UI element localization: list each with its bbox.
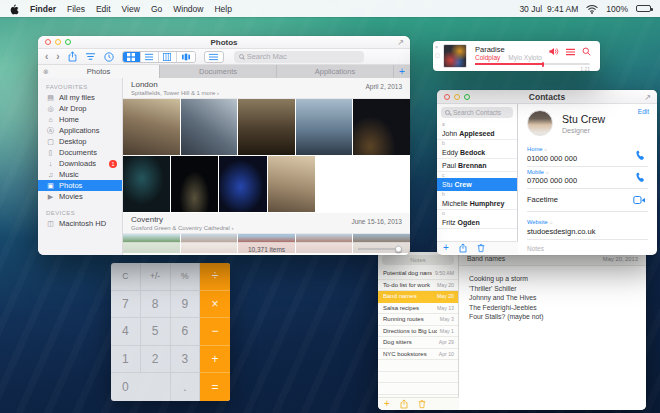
menu-go[interactable]: Go bbox=[151, 4, 162, 14]
close-button[interactable] bbox=[45, 39, 51, 45]
photo-thumbnail[interactable] bbox=[123, 99, 180, 155]
close-tab-icon[interactable]: ⊗ bbox=[43, 68, 49, 76]
tab-photos[interactable]: ⊗ Photos bbox=[38, 65, 160, 78]
phone-icon[interactable] bbox=[635, 172, 646, 183]
photo-thumbnail[interactable] bbox=[123, 156, 170, 212]
playlist-icon[interactable] bbox=[566, 48, 575, 56]
calc-key-9[interactable]: 9 bbox=[171, 291, 201, 319]
contact-row[interactable]: EddyBedock bbox=[437, 146, 517, 159]
progress-bar[interactable] bbox=[475, 63, 590, 65]
sort-icon[interactable] bbox=[85, 52, 96, 61]
calc-key-minus[interactable]: − bbox=[200, 318, 230, 346]
contact-row[interactable]: PaulBrennan bbox=[437, 159, 517, 172]
note-row-selected[interactable]: Band namesMay 20 bbox=[378, 291, 458, 303]
note-row[interactable]: Running routesMay 3 bbox=[378, 314, 458, 326]
zoom-button[interactable] bbox=[464, 94, 470, 100]
note-row[interactable]: NYC bookstoresApr 10 bbox=[378, 349, 458, 361]
calc-key-8[interactable]: 8 bbox=[141, 291, 171, 319]
menu-help[interactable]: Help bbox=[214, 4, 231, 14]
tab-documents[interactable]: Documents bbox=[160, 65, 277, 78]
coverflow-view-icon[interactable] bbox=[177, 52, 195, 62]
calc-key-3[interactable]: 3 bbox=[171, 346, 201, 374]
calc-key-7[interactable]: 7 bbox=[111, 291, 141, 319]
photo-thumbnail[interactable] bbox=[219, 156, 266, 212]
contact-row-selected[interactable]: StuCrew bbox=[437, 178, 517, 191]
minimize-button[interactable] bbox=[55, 39, 61, 45]
menu-edit[interactable]: Edit bbox=[96, 4, 111, 14]
forward-button[interactable]: › bbox=[56, 52, 59, 62]
note-row[interactable]: Potential dog names9:50 AM bbox=[378, 268, 458, 280]
photo-group-header-london[interactable]: London Spitalfields, Tower Hill & 1 more… bbox=[123, 78, 410, 99]
sidebar-item-applications[interactable]: ⒶApplications bbox=[38, 125, 122, 136]
wifi-icon[interactable] bbox=[586, 4, 598, 14]
fullscreen-icon[interactable]: ↗ bbox=[644, 92, 651, 101]
video-camera-icon[interactable] bbox=[633, 196, 646, 205]
new-tab-button[interactable]: + bbox=[394, 65, 410, 78]
notes-placeholder[interactable]: Notes bbox=[527, 240, 648, 252]
sidebar-item-airdrop[interactable]: ◎Air Drop bbox=[38, 103, 122, 114]
expand-icon[interactable]: ▢ bbox=[435, 53, 440, 58]
photo-thumbnail[interactable] bbox=[268, 156, 315, 212]
trash-icon[interactable] bbox=[418, 399, 426, 409]
photo-thumbnail[interactable] bbox=[181, 99, 238, 155]
photos-titlebar[interactable]: Photos ↗ bbox=[38, 36, 410, 49]
minimize-button[interactable] bbox=[454, 94, 460, 100]
menu-view[interactable]: View bbox=[122, 4, 140, 14]
note-row[interactable]: To-do list for workMay 20 bbox=[378, 280, 458, 292]
apple-menu-icon[interactable] bbox=[9, 3, 19, 15]
contact-row[interactable]: FritzOgden bbox=[437, 216, 517, 229]
column-view-icon[interactable] bbox=[159, 52, 177, 62]
calc-key-6[interactable]: 6 bbox=[171, 318, 201, 346]
notes-search-field[interactable]: Notes bbox=[382, 255, 454, 265]
menu-finder[interactable]: Finder bbox=[30, 4, 56, 14]
fullscreen-icon[interactable]: ↗ bbox=[397, 38, 404, 47]
contact-row[interactable]: JohnAppleseed bbox=[437, 127, 517, 140]
search-input[interactable]: Search Mac bbox=[234, 51, 364, 63]
calc-key-decimal[interactable]: . bbox=[171, 373, 201, 401]
sidebar-item-all-my-files[interactable]: ▤All my files bbox=[38, 92, 122, 103]
volume-icon[interactable] bbox=[549, 47, 559, 56]
album-name[interactable]: Mylo Xyloto bbox=[508, 54, 542, 61]
share-icon[interactable] bbox=[68, 51, 77, 62]
sidebar-item-desktop[interactable]: ▢Desktop bbox=[38, 136, 122, 147]
list-view-icon[interactable] bbox=[141, 52, 159, 62]
calc-key-multiply[interactable]: × bbox=[200, 291, 230, 319]
share-icon[interactable] bbox=[459, 243, 467, 253]
contact-row[interactable]: MichelleHumphrey bbox=[437, 197, 517, 210]
add-note-button[interactable]: + bbox=[384, 399, 390, 409]
calc-key-1[interactable]: 1 bbox=[111, 346, 141, 374]
add-contact-button[interactable]: + bbox=[443, 243, 449, 253]
calc-key-plusminus[interactable]: +/- bbox=[141, 263, 171, 291]
battery-icon[interactable] bbox=[636, 5, 651, 12]
phone-icon[interactable] bbox=[635, 149, 646, 160]
calc-key-equals[interactable]: = bbox=[200, 373, 230, 401]
zoom-button[interactable] bbox=[65, 39, 71, 45]
photo-thumbnail[interactable] bbox=[238, 99, 295, 155]
note-row[interactable]: Directions to Big LuckMay 1 bbox=[378, 326, 458, 338]
calc-key-2[interactable]: 2 bbox=[141, 346, 171, 374]
close-icon[interactable]: × bbox=[435, 45, 438, 51]
sidebar-item-music[interactable]: ♫Music bbox=[38, 169, 122, 180]
sidebar-item-movies[interactable]: ▶Movies bbox=[38, 191, 122, 202]
calc-key-divide[interactable]: ÷ bbox=[200, 263, 230, 291]
calc-key-5[interactable]: 5 bbox=[141, 318, 171, 346]
trash-icon[interactable] bbox=[477, 243, 485, 253]
photo-thumbnail[interactable] bbox=[171, 156, 218, 212]
calc-key-4[interactable]: 4 bbox=[111, 318, 141, 346]
contacts-search-field[interactable]: Search Contacts bbox=[441, 107, 513, 118]
calc-key-clear[interactable]: C bbox=[111, 263, 141, 291]
note-row[interactable]: Salsa recipesMay 13 bbox=[378, 303, 458, 315]
share-icon[interactable] bbox=[400, 399, 408, 409]
photo-thumbnail[interactable] bbox=[296, 99, 353, 155]
sidebar-item-documents[interactable]: ▯Documents bbox=[38, 147, 122, 158]
history-clock-icon[interactable] bbox=[104, 52, 114, 62]
menu-window[interactable]: Window bbox=[173, 4, 203, 14]
calc-key-0[interactable]: 0 bbox=[111, 373, 171, 401]
sidebar-item-downloads[interactable]: ↓Downloads1 bbox=[38, 158, 122, 169]
phone-home-field[interactable]: Home ⌂ 01000 000 000 bbox=[527, 144, 648, 167]
back-button[interactable]: ‹ bbox=[45, 52, 48, 62]
calc-key-percent[interactable]: % bbox=[171, 263, 201, 291]
photo-thumbnail[interactable] bbox=[353, 99, 410, 155]
sidebar-item-macintosh-hd[interactable]: ◫Macintosh HD bbox=[38, 218, 122, 229]
sidebar-item-photos-selected[interactable]: ▣Photos bbox=[38, 180, 122, 191]
